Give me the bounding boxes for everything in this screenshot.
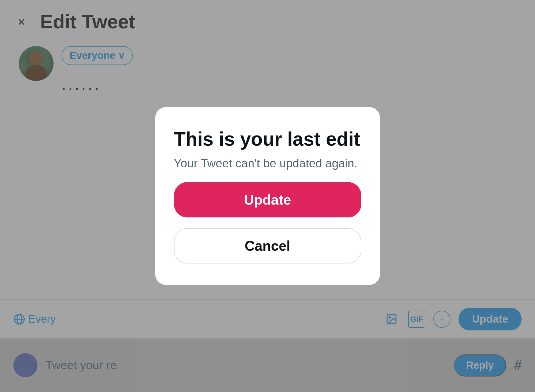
last-edit-modal: This is your last edit Your Tweet can't … <box>155 107 380 285</box>
modal-subtitle: Your Tweet can't be updated again. <box>174 155 361 172</box>
modal-cancel-button[interactable]: Cancel <box>174 228 361 263</box>
modal-update-button[interactable]: Update <box>174 182 361 217</box>
modal-title: This is your last edit <box>174 129 361 150</box>
modal-backdrop: This is your last edit Your Tweet can't … <box>0 0 535 392</box>
